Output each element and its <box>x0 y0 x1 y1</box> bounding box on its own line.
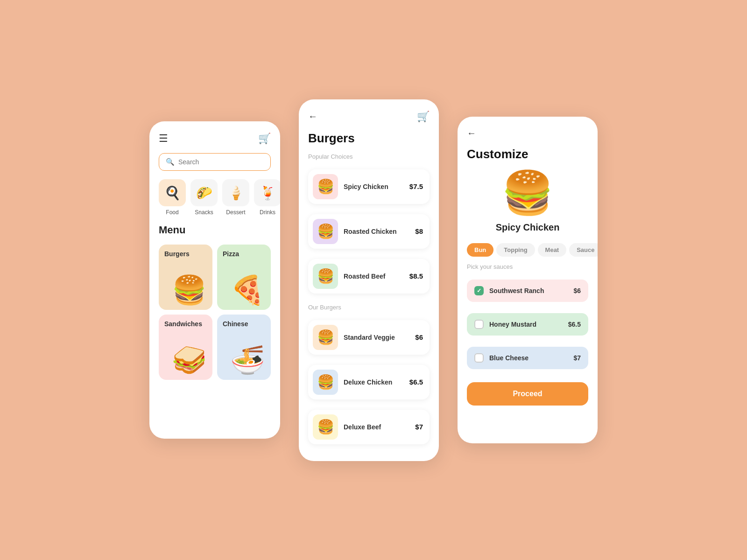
sauce-southwest-ranch[interactable]: Southwest Ranch $6 <box>467 280 588 302</box>
sandwiches-tile-label: Sandwiches <box>164 320 207 328</box>
pick-sauces-label: Pick your sauces <box>467 263 588 270</box>
sauce-name-honey: Honey Mustard <box>489 321 563 328</box>
sauce-name-blue: Blue Cheese <box>489 354 568 362</box>
deluxe-chicken-thumb: 🍔 <box>313 370 338 395</box>
back-arrow-icon[interactable]: ← <box>308 111 317 122</box>
item-deluxe-beef[interactable]: 🍔 Deluxe Beef $7 <box>308 410 430 444</box>
tab-bun[interactable]: Bun <box>467 243 493 257</box>
customize-title: Customize <box>467 147 588 161</box>
popular-choices-label: Popular Choices <box>308 153 430 160</box>
burgers-tile-image: 🍔 <box>164 276 207 304</box>
burgers-tile-label: Burgers <box>164 250 207 258</box>
customize-screen: ← Customize 🍔 Spicy Chicken Bun Topping … <box>458 117 598 443</box>
deluxe-beef-name: Deluxe Beef <box>344 423 409 431</box>
pizza-tile-image: 🍕 <box>223 276 265 304</box>
tab-meat[interactable]: Meat <box>538 243 567 257</box>
sauce-price-honey: $6.5 <box>568 321 581 328</box>
pizza-tile-label: Pizza <box>223 250 265 258</box>
sauce-honey-mustard[interactable]: Honey Mustard $6.5 <box>467 313 588 336</box>
menu-tile-burgers[interactable]: Burgers 🍔 <box>159 245 212 310</box>
category-food[interactable]: 🍳 Food <box>159 179 186 216</box>
chinese-tile-label: Chinese <box>223 320 265 328</box>
spicy-chicken-price: $7.5 <box>409 182 423 190</box>
spicy-chicken-name: Spicy Chicken <box>344 183 404 190</box>
drinks-label: Drinks <box>260 209 275 216</box>
spicy-chicken-thumb: 🍔 <box>313 174 338 199</box>
category-dessert[interactable]: 🍦 Dessert <box>222 179 249 216</box>
menu-tile-sandwiches[interactable]: Sandwiches 🥪 <box>159 315 212 380</box>
product-name: Spicy Chicken <box>467 222 588 233</box>
sandwiches-tile-image: 🥪 <box>164 346 207 374</box>
roasted-beef-price: $8.5 <box>409 272 423 280</box>
home-screen: ☰ 🛒 🔍 🍳 Food 🌮 Snacks 🍦 Dessert 🍹 Drinks… <box>149 121 280 439</box>
proceed-button[interactable]: Proceed <box>467 382 588 406</box>
menu-tile-pizza[interactable]: Pizza 🍕 <box>217 245 271 310</box>
standard-veggie-price: $6 <box>415 333 423 341</box>
food-icon-box: 🍳 <box>159 179 186 206</box>
customize-tabs: Bun Topping Meat Sauce <box>467 243 588 257</box>
sauce-price-southwest: $6 <box>573 287 581 294</box>
cart-icon[interactable]: 🛒 <box>258 133 271 145</box>
sauce-checkbox-southwest[interactable] <box>474 286 484 295</box>
drinks-icon-box: 🍹 <box>254 179 280 206</box>
sauce-blue-cheese[interactable]: Blue Cheese $7 <box>467 347 588 369</box>
roasted-chicken-price: $8 <box>415 227 423 235</box>
hamburger-menu-icon[interactable]: ☰ <box>159 133 168 145</box>
our-burgers-label: Our Burgers <box>308 304 430 311</box>
customize-header: ← <box>467 128 588 139</box>
home-header: ☰ 🛒 <box>159 133 271 145</box>
category-snacks[interactable]: 🌮 Snacks <box>190 179 218 216</box>
standard-veggie-thumb: 🍔 <box>313 325 338 350</box>
product-image: 🍔 <box>467 172 588 214</box>
food-label: Food <box>166 209 178 216</box>
tab-sauce[interactable]: Sauce <box>569 243 598 257</box>
item-roasted-chicken[interactable]: 🍔 Roasted Chicken $8 <box>308 214 430 249</box>
deluxe-chicken-name: Deluxe Chicken <box>344 378 404 386</box>
burgers-header: ← 🛒 <box>308 111 430 123</box>
item-spicy-chicken[interactable]: 🍔 Spicy Chicken $7.5 <box>308 169 430 204</box>
search-magnifier-icon: 🔍 <box>166 158 175 166</box>
tab-topping[interactable]: Topping <box>496 243 535 257</box>
sauce-checkbox-honey[interactable] <box>474 320 484 329</box>
dessert-label: Dessert <box>226 209 245 216</box>
chinese-tile-image: 🍜 <box>223 346 265 374</box>
search-input[interactable] <box>178 158 264 166</box>
snacks-icon-box: 🌮 <box>190 179 218 206</box>
deluxe-chicken-price: $6.5 <box>409 378 423 386</box>
dessert-icon-box: 🍦 <box>222 179 249 206</box>
roasted-beef-name: Roasted Beef <box>344 273 404 280</box>
menu-grid: Burgers 🍔 Pizza 🍕 Sandwiches 🥪 Chinese 🍜 <box>159 245 271 380</box>
roasted-chicken-name: Roasted Chicken <box>344 228 409 235</box>
burgers-title: Burgers <box>308 131 430 146</box>
deluxe-beef-price: $7 <box>415 423 423 431</box>
sauce-checkbox-blue[interactable] <box>474 353 484 363</box>
item-deluxe-chicken[interactable]: 🍔 Deluxe Chicken $6.5 <box>308 365 430 399</box>
menu-tile-chinese[interactable]: Chinese 🍜 <box>217 315 271 380</box>
back-arrow-icon-customize[interactable]: ← <box>467 128 476 138</box>
item-standard-veggie[interactable]: 🍔 Standard Veggie $6 <box>308 320 430 355</box>
roasted-beef-thumb: 🍔 <box>313 264 338 289</box>
roasted-chicken-thumb: 🍔 <box>313 219 338 244</box>
category-row: 🍳 Food 🌮 Snacks 🍦 Dessert 🍹 Drinks <box>159 179 271 216</box>
snacks-label: Snacks <box>195 209 213 216</box>
burgers-screen: ← 🛒 Burgers Popular Choices 🍔 Spicy Chic… <box>299 99 439 461</box>
category-drinks[interactable]: 🍹 Drinks <box>254 179 280 216</box>
standard-veggie-name: Standard Veggie <box>344 334 409 341</box>
cart-icon-burgers[interactable]: 🛒 <box>417 111 430 123</box>
item-roasted-beef[interactable]: 🍔 Roasted Beef $8.5 <box>308 259 430 294</box>
search-bar[interactable]: 🔍 <box>159 153 271 171</box>
deluxe-beef-thumb: 🍔 <box>313 414 338 440</box>
sauce-price-blue: $7 <box>573 354 581 362</box>
sauce-name-southwest: Southwest Ranch <box>489 287 568 294</box>
menu-title: Menu <box>159 224 271 236</box>
